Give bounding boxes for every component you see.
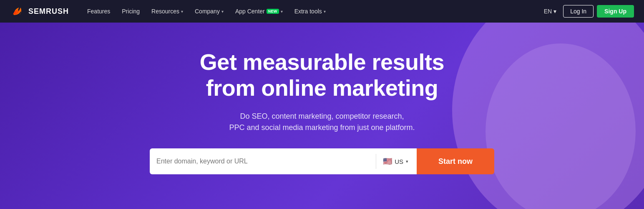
language-selector[interactable]: EN ▾ — [541, 5, 560, 17]
divider — [376, 154, 376, 169]
nav-links: Features Pricing Resources ▾ Company ▾ A… — [82, 5, 541, 17]
signup-button[interactable]: Sign Up — [597, 5, 634, 18]
chevron-down-icon: ▾ — [221, 9, 224, 14]
search-wrapper: 🇺🇸 US ▾ — [150, 148, 417, 174]
nav-item-extra-tools[interactable]: Extra tools ▾ — [289, 5, 331, 17]
nav-right: EN ▾ Log In Sign Up — [541, 5, 634, 18]
logo[interactable]: SEMRUSH — [10, 4, 69, 19]
hero-subtitle: Do SEO, content marketing, competitor re… — [150, 111, 494, 133]
hero-section: Get measurable results from online marke… — [0, 23, 644, 209]
navbar: SEMRUSH Features Pricing Resources ▾ Com… — [0, 0, 644, 23]
nav-item-company[interactable]: Company ▾ — [190, 5, 229, 17]
chevron-down-icon: ▾ — [406, 159, 408, 164]
hero-title: Get measurable results from online marke… — [150, 49, 494, 101]
hero-content: Get measurable results from online marke… — [141, 49, 503, 174]
login-button[interactable]: Log In — [563, 5, 594, 18]
flag-icon: 🇺🇸 — [383, 157, 392, 166]
nav-item-resources[interactable]: Resources ▾ — [146, 5, 188, 17]
chevron-down-icon: ▾ — [281, 9, 283, 14]
logo-text: SEMRUSH — [28, 7, 69, 16]
search-input[interactable] — [156, 158, 371, 165]
new-badge: NEW — [267, 9, 279, 14]
hero-cta: 🇺🇸 US ▾ Start now — [150, 148, 494, 174]
start-now-button[interactable]: Start now — [417, 148, 494, 174]
country-selector[interactable]: 🇺🇸 US ▾ — [381, 157, 410, 166]
chevron-down-icon: ▾ — [181, 9, 183, 14]
country-label: US — [395, 158, 403, 165]
nav-item-app-center[interactable]: App Center NEW ▾ — [230, 5, 288, 17]
chevron-down-icon: ▾ — [553, 8, 556, 15]
nav-item-features[interactable]: Features — [82, 5, 115, 17]
nav-item-pricing[interactable]: Pricing — [117, 5, 145, 17]
chevron-down-icon: ▾ — [324, 9, 326, 14]
hero-decoration-circle-inner — [486, 43, 636, 209]
